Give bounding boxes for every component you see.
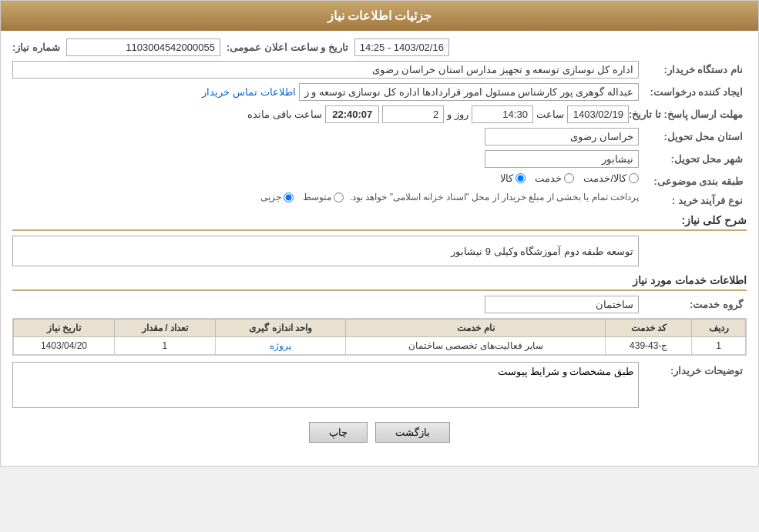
day-value: 2 (382, 105, 444, 123)
button-row: بازگشت چاپ (12, 422, 747, 454)
cell-service-name: سایر فعالیت‌های تخصصی ساختمان (346, 337, 606, 355)
category-label-khedmat: خدمت (535, 172, 562, 184)
process-option-partial: جزیی (260, 192, 294, 202)
row-process: نوع فرآیند خرید : پرداخت تمام یا بخشی از… (12, 192, 747, 206)
back-button[interactable]: بازگشت (375, 422, 450, 443)
category-radio-kala-khedmat[interactable] (629, 173, 639, 183)
process-radio-partial[interactable] (284, 192, 294, 202)
process-label-partial: جزیی (260, 192, 281, 202)
countdown-row: 1403/02/19 ساعت 14:30 روز و 2 22:40:07 س… (12, 105, 629, 123)
city-value: نیشابور (485, 150, 639, 168)
time-label: ساعت (536, 109, 564, 120)
category-label-kala: کالا (500, 172, 513, 184)
row-deadline: مهلت ارسال پاسخ: تا تاریخ: 1403/02/19 سا… (12, 105, 747, 123)
buyer-desc-label: توضیحات خریدار: (639, 362, 747, 376)
process-label-medium: متوسط (303, 192, 331, 202)
need-number-label: شماره نیاز: (12, 42, 60, 53)
announcement-value: 1403/02/16 - 14:25 (354, 38, 449, 56)
process-option-medium: متوسط (303, 192, 344, 202)
process-radio-medium[interactable] (334, 192, 344, 202)
table-header-row: ردیف کد خدمت نام خدمت واحد اندازه گیری ت… (14, 320, 746, 337)
page-title: جزئیات اطلاعات نیاز (327, 9, 432, 22)
countdown-value: 22:40:07 (325, 105, 379, 123)
category-option-kala-khedmat: کالا/خدمت (583, 172, 639, 184)
date-value: 1403/02/19 (567, 105, 629, 123)
creator-contact-link[interactable]: اطلاعات تماس خریدار (202, 86, 295, 98)
category-option-kala: کالا (500, 172, 526, 184)
col-service-name: نام خدمت (346, 320, 606, 337)
cell-service-code: ج-43-439 (606, 337, 692, 355)
description-section-title: شرح کلی نیاز: (682, 214, 747, 226)
category-radio-kala[interactable] (516, 173, 526, 183)
province-label: استان محل تحویل: (639, 128, 747, 142)
creator-label: ایجاد کننده درخواست: (639, 83, 747, 98)
description-value: توسعه طبقه دوم آموزشگاه وکیلی 9 نیشابور (12, 236, 639, 266)
time-value: 14:30 (472, 105, 533, 123)
row-creator: ایجاد کننده درخواست: عبداله گوهری پور کا… (12, 83, 747, 101)
services-table: ردیف کد خدمت نام خدمت واحد اندازه گیری ت… (13, 319, 746, 355)
buyer-org-label: نام دستگاه خریدار: (639, 61, 747, 75)
table-body: 1 ج-43-439 سایر فعالیت‌های تخصصی ساختمان… (14, 337, 746, 355)
row-buyer-org: نام دستگاه خریدار: اداره کل نوسازی توسعه… (12, 61, 747, 79)
day-label: روز و (447, 109, 468, 120)
content-area: 1403/02/16 - 14:25 تاریخ و ساعت اعلان عم… (1, 31, 758, 466)
description-label-spacer (639, 236, 747, 239)
process-note: پرداخت تمام یا بخشی از مبلغ خریدار از مح… (350, 192, 639, 202)
category-label-kala-khedmat: کالا/خدمت (583, 172, 626, 184)
row-need-number: 1403/02/16 - 14:25 تاریخ و ساعت اعلان عم… (12, 38, 747, 56)
countdown-suffix: ساعت باقی مانده (247, 109, 322, 120)
page-wrapper: جزئیات اطلاعات نیاز 1403/02/16 - 14:25 ت… (0, 0, 759, 467)
process-radio-group: متوسط جزیی (260, 192, 344, 202)
category-option-khedmat: خدمت (535, 172, 574, 184)
col-unit: واحد اندازه گیری (215, 320, 346, 337)
creator-value: عبداله گوهری پور کارشناس مسئول امور قرار… (299, 83, 639, 101)
services-table-wrapper: ردیف کد خدمت نام خدمت واحد اندازه گیری ت… (12, 318, 747, 356)
buyer-desc-textarea[interactable] (12, 362, 639, 408)
announcement-label: تاریخ و ساعت اعلان عمومی: (227, 42, 348, 53)
services-section-header: اطلاعات خدمات مورد نیاز (12, 274, 747, 291)
services-section-title: اطلاعات خدمات مورد نیاز (633, 274, 747, 286)
row-buyer-desc: توضیحات خریدار: (12, 362, 747, 410)
col-quantity: تعداد / مقدار (114, 320, 215, 337)
buyer-org-value: اداره کل نوسازی توسعه و تجهیز مدارس استا… (12, 61, 639, 79)
table-row: 1 ج-43-439 سایر فعالیت‌های تخصصی ساختمان… (14, 337, 746, 355)
col-service-code: کد خدمت (606, 320, 692, 337)
service-group-value: ساختمان (485, 296, 639, 313)
col-row-num: ردیف (692, 320, 746, 337)
category-radio-group: کالا/خدمت خدمت کالا (12, 172, 639, 184)
category-label: طبقه بندی موضوعی: (639, 172, 747, 187)
row-city: شهر محل تحویل: نیشابور (12, 150, 747, 168)
page-header: جزئیات اطلاعات نیاز (1, 1, 758, 31)
city-label: شهر محل تحویل: (639, 150, 747, 165)
process-label: نوع فرآیند خرید : (639, 192, 747, 206)
cell-unit[interactable]: پروژه (215, 337, 346, 355)
row-province: استان محل تحویل: خراسان رضوی (12, 128, 747, 146)
cell-row-num: 1 (692, 337, 746, 355)
cell-date: 1403/04/20 (14, 337, 115, 355)
category-radio-khedmat[interactable] (564, 173, 574, 183)
col-date: تاریخ نیاز (14, 320, 115, 337)
row-category: طبقه بندی موضوعی: کالا/خدمت خدمت کالا (12, 172, 747, 187)
print-button[interactable]: چاپ (309, 422, 368, 443)
province-value: خراسان رضوی (485, 128, 639, 146)
service-group-label: گروه خدمت: (639, 296, 747, 310)
description-section-header: شرح کلی نیاز: (12, 214, 747, 231)
cell-quantity: 1 (114, 337, 215, 355)
deadline-label: مهلت ارسال پاسخ: تا تاریخ: (629, 105, 747, 120)
process-row: پرداخت تمام یا بخشی از مبلغ خریدار از مح… (12, 192, 639, 202)
need-number-value: 1103004542000055 (66, 38, 220, 56)
row-description: توسعه طبقه دوم آموزشگاه وکیلی 9 نیشابور (12, 236, 747, 266)
row-service-group: گروه خدمت: ساختمان (12, 296, 747, 313)
